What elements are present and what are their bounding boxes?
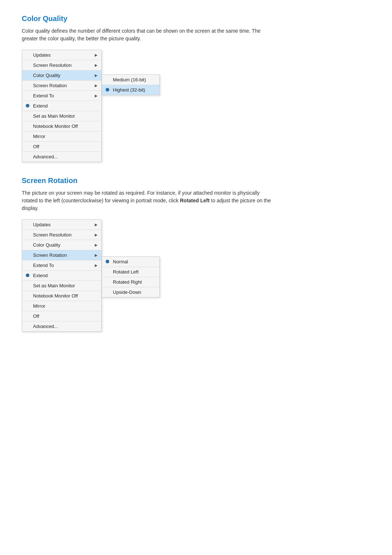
color-quality-menu-wrapper: Updates▶Screen Resolution▶Color Quality▶… xyxy=(22,50,370,162)
menu-item-label: Color Quality xyxy=(33,242,92,248)
menu-item-rotated-right[interactable]: Rotated Right xyxy=(102,277,159,287)
menu-item-mirror1[interactable]: Mirror xyxy=(22,131,101,142)
menu-item-off1[interactable]: Off xyxy=(22,142,101,152)
menu-item-mirror2[interactable]: Mirror xyxy=(22,301,101,311)
menu-item-label: Notebook Monitor Off xyxy=(33,293,98,299)
menu-item-label: Screen Resolution xyxy=(33,232,92,238)
selected-dot-icon xyxy=(106,88,109,92)
menu-item-label: Normal xyxy=(113,259,156,264)
menu-item-label: Rotated Left xyxy=(113,269,156,275)
submenu-arrow-icon: ▶ xyxy=(95,73,98,77)
color-quality-section: Color Quality Color quality defines the … xyxy=(22,15,370,162)
menu-item-label: Updates xyxy=(33,222,92,227)
selected-dot-icon xyxy=(26,274,29,277)
menu-item-highest32[interactable]: Highest (32-bit) xyxy=(102,85,159,95)
submenu-arrow-icon: ▶ xyxy=(95,63,98,67)
menu-item-label: Rotated Right xyxy=(113,279,156,285)
menu-item-label: Extend To xyxy=(33,93,92,98)
menu-item-upside-down[interactable]: Upside-Down xyxy=(102,287,159,297)
menu-item-notebook-off1[interactable]: Notebook Monitor Off xyxy=(22,121,101,131)
menu-item-color-quality1[interactable]: Color Quality▶ xyxy=(22,70,101,81)
menu-item-label: Mirror xyxy=(33,134,98,139)
menu-item-label: Medium (16-bit) xyxy=(113,77,156,82)
menu-item-label: Updates xyxy=(33,52,92,58)
menu-item-updates1[interactable]: Updates▶ xyxy=(22,50,101,60)
menu-item-extend-to2[interactable]: Extend To▶ xyxy=(22,260,101,271)
context-menu-1: Updates▶Screen Resolution▶Color Quality▶… xyxy=(22,50,102,162)
submenu-arrow-icon: ▶ xyxy=(95,243,98,247)
menu-item-label: Screen Rotation xyxy=(33,252,92,258)
menu-item-set-main2[interactable]: Set as Main Monitor xyxy=(22,281,101,291)
submenu-arrow-icon: ▶ xyxy=(95,253,98,257)
menu-item-label: Screen Rotation xyxy=(33,83,92,88)
check-indicator xyxy=(106,260,111,264)
check-indicator xyxy=(106,88,111,92)
menu-item-label: Advanced... xyxy=(33,154,98,159)
screen-rotation-submenu: NormalRotated LeftRotated RightUpside-Do… xyxy=(102,256,160,297)
submenu-arrow-icon: ▶ xyxy=(95,233,98,237)
menu-item-screen-rotation1[interactable]: Screen Rotation▶ xyxy=(22,81,101,91)
menu-item-extend1[interactable]: Extend xyxy=(22,101,101,111)
screen-rotation-section: Screen Rotation The picture on your scre… xyxy=(22,177,370,332)
menu-item-label: Highest (32-bit) xyxy=(113,87,156,93)
menu-item-advanced2[interactable]: Advanced... xyxy=(22,321,101,331)
menu-item-notebook-off2[interactable]: Notebook Monitor Off xyxy=(22,291,101,301)
check-indicator xyxy=(26,274,32,278)
menu-item-label: Extend xyxy=(33,273,98,278)
menu-item-label: Advanced... xyxy=(33,324,98,329)
menu-item-off2[interactable]: Off xyxy=(22,311,101,321)
context-menu-2: Updates▶Screen Resolution▶Color Quality▶… xyxy=(22,219,102,332)
menu-item-label: Color Quality xyxy=(33,73,92,78)
menu-item-label: Extend To xyxy=(33,263,92,268)
menu-item-extend-to1[interactable]: Extend To▶ xyxy=(22,91,101,101)
menu-item-label: Notebook Monitor Off xyxy=(33,123,98,129)
submenu-arrow-icon: ▶ xyxy=(95,53,98,57)
menu-item-screen-resolution1[interactable]: Screen Resolution▶ xyxy=(22,60,101,70)
menu-item-extend2[interactable]: Extend xyxy=(22,271,101,281)
menu-item-label: Mirror xyxy=(33,303,98,309)
color-quality-title: Color Quality xyxy=(22,15,370,23)
menu-item-label: Off xyxy=(33,313,98,319)
menu-item-set-main1[interactable]: Set as Main Monitor xyxy=(22,111,101,121)
submenu-arrow-icon: ▶ xyxy=(95,223,98,227)
menu-item-screen-resolution2[interactable]: Screen Resolution▶ xyxy=(22,230,101,240)
screen-rotation-description: The picture on your screen may be rotate… xyxy=(22,189,276,212)
check-indicator xyxy=(26,104,32,108)
color-quality-submenu: Medium (16-bit)Highest (32-bit) xyxy=(102,74,160,95)
menu-item-label: Set as Main Monitor xyxy=(33,283,98,288)
menu-item-medium16[interactable]: Medium (16-bit) xyxy=(102,75,159,85)
screen-rotation-title: Screen Rotation xyxy=(22,177,370,185)
menu-item-updates2[interactable]: Updates▶ xyxy=(22,220,101,230)
menu-item-label: Off xyxy=(33,144,98,149)
menu-item-rotated-left[interactable]: Rotated Left xyxy=(102,267,159,277)
color-quality-description: Color quality defines the number of diff… xyxy=(22,27,276,42)
menu-item-label: Upside-Down xyxy=(113,289,156,295)
submenu-arrow-icon: ▶ xyxy=(95,94,98,98)
screen-rotation-bold: Rotated Left xyxy=(180,198,210,203)
selected-dot-icon xyxy=(106,260,109,263)
menu-item-label: Screen Resolution xyxy=(33,62,92,68)
screen-rotation-menu-wrapper: Updates▶Screen Resolution▶Color Quality▶… xyxy=(22,219,370,332)
menu-item-advanced1[interactable]: Advanced... xyxy=(22,152,101,162)
selected-dot-icon xyxy=(26,104,29,108)
submenu-arrow-icon: ▶ xyxy=(95,263,98,267)
menu-item-screen-rotation2[interactable]: Screen Rotation▶ xyxy=(22,250,101,260)
menu-item-label: Extend xyxy=(33,103,98,109)
menu-item-color-quality2[interactable]: Color Quality▶ xyxy=(22,240,101,250)
menu-item-label: Set as Main Monitor xyxy=(33,113,98,119)
menu-item-normal[interactable]: Normal xyxy=(102,257,159,267)
submenu-arrow-icon: ▶ xyxy=(95,84,98,88)
